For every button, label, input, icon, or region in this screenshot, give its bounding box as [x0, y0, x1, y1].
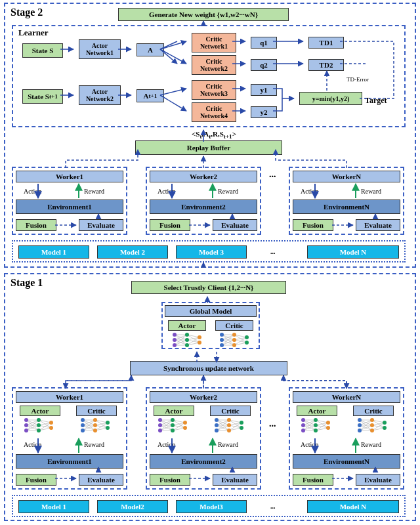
svg-line-144 — [303, 420, 316, 430]
svg-point-159 — [326, 421, 330, 425]
svg-point-90 — [106, 421, 110, 425]
svg-point-136 — [240, 421, 243, 425]
svg-point-39 — [220, 338, 224, 342]
svg-point-154 — [301, 423, 305, 427]
wN-actor: Actor — [297, 406, 337, 416]
global-actor: Actor — [168, 320, 206, 331]
svg-line-152 — [316, 428, 328, 430]
svg-point-132 — [215, 429, 219, 432]
svg-line-128 — [229, 425, 242, 428]
svg-line-6 — [175, 335, 187, 345]
svg-point-18 — [185, 333, 189, 337]
svg-point-20 — [185, 343, 189, 347]
svg-line-51 — [26, 425, 39, 430]
svg-line-106 — [173, 428, 185, 430]
svg-line-174 — [372, 425, 385, 428]
svg-line-145 — [303, 425, 316, 430]
global-model-title: Global Model — [165, 305, 257, 317]
svg-line-143 — [303, 425, 316, 430]
svg-point-108 — [158, 423, 162, 427]
svg-point-135 — [227, 429, 231, 432]
fusion-box-s1-N: Fusion — [293, 474, 333, 486]
model1-s2: Model 1 — [18, 245, 89, 259]
svg-point-22 — [198, 341, 201, 345]
env2-box-s2: Environment2 — [150, 200, 257, 214]
svg-point-61 — [24, 418, 28, 422]
critic2-box: Critic Network2 — [192, 55, 236, 75]
svg-line-74 — [83, 425, 95, 430]
svg-line-83 — [95, 428, 108, 430]
td1-box: TD1 — [308, 37, 344, 49]
td2-box: TD2 — [308, 59, 344, 71]
global-critic: Critic — [215, 320, 253, 331]
svg-point-156 — [314, 418, 318, 422]
svg-point-85 — [81, 423, 85, 427]
evaluate-box-s1-N: Evaluate — [356, 474, 400, 486]
svg-line-149 — [316, 423, 328, 430]
models-row-s1: Model 1 Model2 Model3 ... Model N — [12, 495, 406, 517]
svg-line-147 — [316, 420, 328, 423]
env1-box-s1: Environment1 — [16, 454, 123, 469]
svg-line-175 — [372, 428, 385, 430]
action-lbl-s1-2: Action — [158, 441, 175, 448]
svg-line-124 — [229, 420, 242, 423]
actor-network2-box: Actor Network2 — [79, 85, 121, 105]
svg-point-88 — [93, 423, 97, 427]
svg-line-1 — [175, 335, 187, 340]
reward-lbl-s2-2: Reward — [218, 188, 238, 195]
svg-point-130 — [215, 418, 219, 422]
q1-box: q1 — [251, 37, 277, 49]
svg-line-52 — [26, 420, 39, 430]
svg-point-45 — [245, 341, 249, 345]
svg-line-79 — [95, 423, 108, 425]
env1-box-s2: Environment1 — [16, 200, 123, 214]
svg-line-172 — [372, 423, 385, 430]
action-A-box: A — [136, 43, 164, 56]
evaluate-box-s1-1: Evaluate — [79, 474, 123, 486]
worker1-box-s1: Worker1 — [16, 391, 123, 403]
svg-line-148 — [316, 423, 328, 425]
workerN-group-s1: WorkerN Actor Critic Action Reward Envir… — [289, 387, 404, 490]
w2-critic-nn-icon — [211, 417, 247, 433]
svg-point-158 — [314, 429, 318, 432]
At1-sub: t+1 — [149, 93, 158, 99]
svg-line-104 — [173, 420, 185, 428]
svg-point-21 — [198, 335, 201, 339]
svg-point-91 — [106, 426, 110, 430]
svg-point-155 — [301, 429, 305, 432]
svg-line-93 — [160, 420, 173, 425]
td-error-label: TD-Error — [346, 76, 369, 83]
svg-point-16 — [173, 338, 177, 342]
envN-box-s2: EnvironmentN — [293, 200, 400, 214]
svg-line-81 — [95, 420, 108, 428]
action-lbl-s2-2: Action — [158, 188, 175, 195]
svg-point-181 — [370, 429, 374, 432]
svg-point-109 — [158, 429, 162, 432]
svg-point-87 — [93, 418, 97, 422]
svg-line-25 — [222, 335, 234, 345]
worker2-group-s2: Worker2 Action Reward Environment2 Fusio… — [146, 167, 261, 235]
state-st1-text: State S — [28, 93, 49, 100]
critic3-box: Critic Network3 — [192, 80, 236, 100]
svg-line-78 — [95, 420, 108, 423]
svg-line-9 — [187, 335, 200, 337]
svg-line-72 — [83, 420, 95, 425]
wN-critic: Critic — [353, 406, 394, 416]
svg-line-162 — [360, 420, 372, 425]
svg-point-84 — [81, 418, 85, 422]
svg-line-49 — [26, 420, 39, 425]
svg-point-65 — [37, 423, 41, 427]
modelN-s2: Model N — [307, 245, 399, 259]
wN-critic-nn-icon — [354, 417, 390, 433]
q2-box: q2 — [251, 59, 277, 71]
svg-line-120 — [217, 425, 229, 430]
svg-line-10 — [187, 335, 200, 343]
svg-line-116 — [217, 420, 229, 425]
w1-critic-nn-icon — [77, 417, 113, 433]
svg-line-53 — [26, 425, 39, 430]
svg-line-33 — [234, 335, 247, 343]
svg-line-28 — [222, 340, 234, 345]
target-label: Target — [365, 96, 387, 106]
evaluate-box-s2-N: Evaluate — [356, 219, 400, 231]
critic1-box: Critic Network1 — [192, 33, 236, 52]
